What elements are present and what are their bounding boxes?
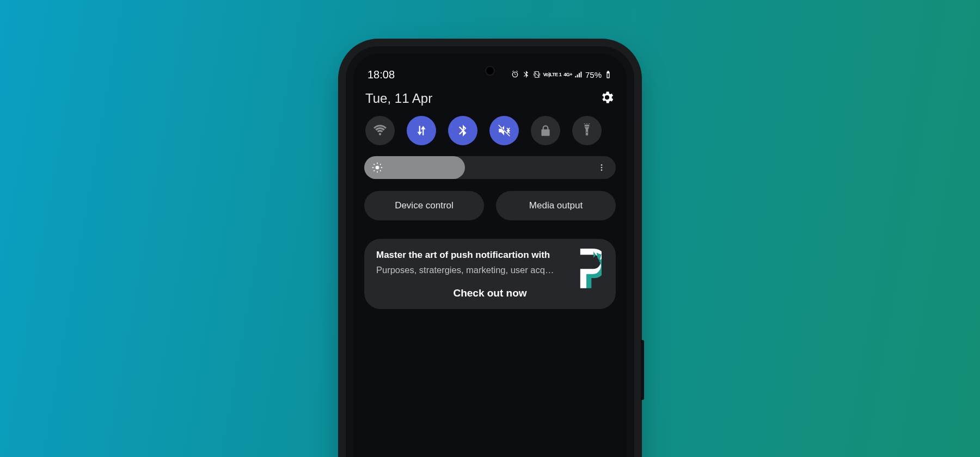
svg-point-0 [376, 166, 379, 170]
media-output-button[interactable]: Media output [496, 191, 616, 220]
lock-icon [538, 123, 553, 138]
sun-icon [372, 162, 383, 173]
mute-vibrate-icon [497, 123, 511, 138]
bluetooth-icon [522, 70, 530, 79]
gear-icon [599, 90, 615, 105]
svg-point-11 [601, 169, 603, 171]
control-buttons-row: Device control Media output [364, 191, 616, 220]
more-vert-icon[interactable] [597, 163, 606, 172]
volte-icon: Vo)LTE 1 [543, 72, 562, 77]
wifi-toggle[interactable] [365, 116, 395, 145]
notification-app-icon [571, 249, 602, 286]
status-icons: Vo)LTE 1 4G+ 75% [511, 70, 612, 79]
bluetooth-toggle[interactable] [448, 116, 477, 145]
side-button [641, 340, 644, 400]
flashlight-toggle[interactable] [572, 116, 602, 145]
svg-line-7 [373, 170, 375, 171]
notification-body: Purposes, stratergies, marketing, user a… [376, 265, 556, 275]
svg-line-6 [380, 170, 381, 171]
notification-title: Master the art of push notificartion wit… [376, 250, 550, 261]
rotation-lock-toggle[interactable] [531, 116, 560, 145]
network-type-icon: 4G+ [564, 72, 572, 77]
flashlight-icon [580, 123, 594, 138]
svg-line-5 [373, 164, 375, 165]
mute-toggle[interactable] [489, 116, 519, 145]
quick-settings-row [364, 116, 616, 145]
panel-header: Tue, 11 Apr [364, 90, 616, 107]
data-arrows-icon [414, 123, 428, 138]
phone-frame: 18:08 Vo)LTE 1 [346, 46, 634, 457]
mobile-data-toggle[interactable] [407, 116, 436, 145]
vibrate-icon [532, 70, 541, 79]
battery-icon [604, 70, 612, 79]
wifi-icon [373, 123, 387, 138]
bluetooth-icon [456, 123, 470, 138]
notification-card[interactable]: Master the art of push notificartion wit… [364, 239, 616, 309]
svg-point-10 [601, 167, 603, 169]
svg-point-9 [601, 164, 603, 166]
brightness-slider[interactable] [364, 156, 616, 179]
front-camera [486, 67, 494, 75]
status-time: 18:08 [367, 69, 395, 81]
battery-text: 75% [585, 70, 602, 79]
alarm-icon [511, 70, 519, 79]
date-label: Tue, 11 Apr [365, 91, 432, 106]
phone-screen: 18:08 Vo)LTE 1 [353, 54, 627, 457]
device-control-button[interactable]: Device control [364, 191, 484, 220]
svg-line-8 [380, 164, 381, 165]
settings-button[interactable] [599, 90, 615, 107]
signal-icon [574, 70, 583, 79]
notification-action[interactable]: Check out now [376, 287, 604, 299]
